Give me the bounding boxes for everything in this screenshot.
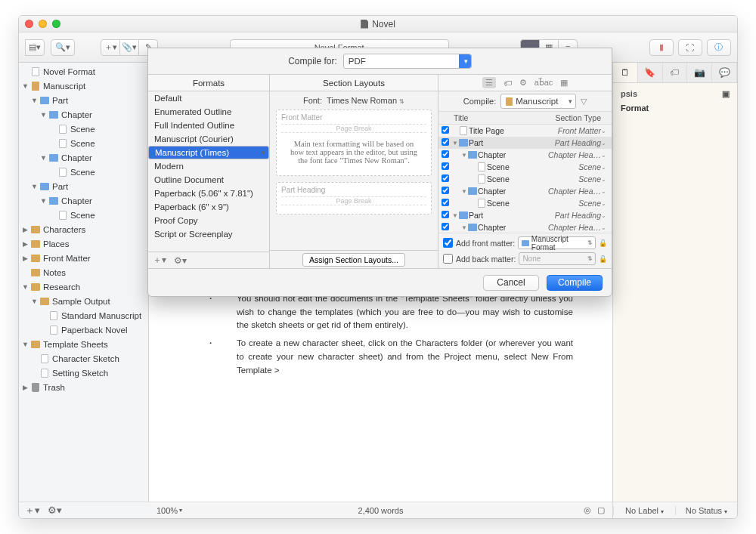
status-picker[interactable]: No Status ▾ — [675, 506, 737, 515]
include-checkbox[interactable] — [442, 199, 449, 206]
attach-button[interactable]: 📎▾ — [119, 39, 139, 56]
binder-row[interactable]: ▼ Manuscript — [19, 79, 148, 93]
binder-row[interactable]: ▶ Trash — [19, 380, 148, 394]
filter-icon[interactable]: ▽ — [581, 97, 587, 106]
compile-tree-row[interactable]: ▼ Chapter Chapter Hea… ⌄ — [438, 185, 612, 197]
disclosure-icon[interactable]: ▼ — [31, 298, 37, 305]
format-row[interactable]: Enumerated Outline — [148, 105, 269, 119]
tab-notes[interactable]: 🗒 — [613, 63, 638, 82]
word-count[interactable]: 2,400 words — [149, 506, 612, 515]
compile-tree-row[interactable]: Scene Scene ⌄ — [438, 173, 612, 185]
section-type[interactable]: Part Heading — [539, 211, 601, 220]
chevron-down-icon[interactable]: ⌄ — [601, 164, 609, 171]
font-select[interactable]: Times New Roman ⇅ — [327, 96, 404, 105]
inspector-toggle[interactable]: ⓘ — [707, 39, 731, 56]
opt-gear-icon[interactable]: ⚙ — [519, 78, 527, 88]
binder-row[interactable]: Scene — [19, 136, 148, 150]
formats-list[interactable]: DefaultEnumerated OutlineFull Indented O… — [148, 91, 269, 252]
format-row[interactable]: Paperback (5.06" x 7.81") — [148, 187, 269, 200]
editor-paragraph[interactable]: To create a new character sheet, click o… — [214, 337, 573, 377]
include-checkbox[interactable] — [442, 174, 449, 182]
disclosure-icon[interactable]: ▶ — [22, 384, 28, 391]
disclosure-icon[interactable]: ▼ — [31, 183, 37, 190]
editor-paragraph[interactable]: You should not edit the documents in the… — [214, 292, 573, 332]
chevron-down-icon[interactable]: ⌄ — [601, 128, 609, 134]
compile-tree-row[interactable]: ▼ Chapter Chapter Hea… ⌄ — [438, 221, 612, 233]
opt-meta-icon[interactable]: ▦ — [560, 78, 568, 88]
compile-tree-row[interactable]: Title Page Front Matter ⌄ — [438, 125, 612, 137]
disclosure-icon[interactable]: ▼ — [461, 152, 467, 159]
binder-row[interactable]: Standard Manuscript — [19, 308, 148, 323]
disclosure-icon[interactable]: ▼ — [452, 140, 458, 147]
section-type[interactable]: Chapter Hea… — [539, 223, 601, 232]
disclosure-icon[interactable]: ▶ — [22, 240, 28, 248]
format-row[interactable]: Modern — [148, 159, 269, 173]
format-row[interactable]: Proof Copy — [148, 214, 269, 227]
disclosure-icon[interactable]: ▶ — [22, 226, 28, 233]
layout-part-heading[interactable]: Part Heading Page Break — [276, 182, 432, 215]
format-row[interactable]: Full Indented Outline — [148, 119, 269, 132]
opt-tag-icon[interactable]: 🏷 — [503, 79, 512, 88]
tab-metadata[interactable]: 🏷 — [663, 63, 688, 82]
section-type[interactable]: Chapter Hea… — [539, 187, 601, 196]
chevron-down-icon[interactable]: ⌄ — [601, 152, 609, 159]
binder-row[interactable]: ▼ Part — [19, 179, 148, 193]
binder-add-icon[interactable]: ＋▾ — [25, 504, 40, 517]
tab-snapshots[interactable]: 📷 — [687, 63, 712, 82]
binder-row[interactable]: ▼ Chapter — [19, 193, 148, 208]
cancel-button[interactable]: Cancel — [483, 275, 539, 291]
binder-row[interactable]: ▼ Chapter — [19, 107, 148, 122]
zoom-icon[interactable] — [52, 20, 60, 28]
disclosure-icon[interactable]: ▶ — [22, 255, 28, 262]
format-row[interactable]: Manuscript (Courier) — [148, 132, 269, 146]
format-gear-icon[interactable]: ⚙▾ — [174, 255, 187, 266]
include-checkbox[interactable] — [442, 162, 449, 170]
format-row[interactable]: Default — [148, 91, 269, 105]
disclosure-icon[interactable]: ▼ — [22, 82, 28, 90]
opt-replace-icon[interactable]: ab⃗ac — [534, 78, 553, 88]
binder-row[interactable]: ▶ Characters — [19, 222, 148, 236]
compile-tree-row[interactable]: ▼ Part Part Heading ⌄ — [438, 209, 612, 221]
binder-row[interactable]: Paperback Novel — [19, 323, 148, 337]
binder-row[interactable]: ▶ Places — [19, 236, 148, 251]
section-type[interactable]: Scene — [539, 174, 601, 184]
include-checkbox[interactable] — [442, 223, 449, 230]
tab-bookmark[interactable]: 🔖 — [638, 63, 663, 82]
chevron-down-icon[interactable]: ⌄ — [601, 200, 609, 207]
binder-row[interactable]: ▶ Front Matter — [19, 251, 148, 265]
disclosure-icon[interactable]: ▼ — [40, 154, 46, 162]
binder-row[interactable]: Scene — [19, 122, 148, 136]
front-matter-select[interactable]: Manuscript Format — [518, 236, 596, 249]
binder-row[interactable]: Novel Format — [19, 64, 148, 79]
include-checkbox[interactable] — [442, 126, 449, 134]
minimize-icon[interactable] — [39, 20, 47, 28]
compile-scope-select[interactable]: Manuscript — [500, 94, 576, 109]
compile-tree-row[interactable]: ▼ Part Part Heading ⌄ — [438, 137, 612, 149]
binder-row[interactable]: ▼ Template Sheets — [19, 337, 148, 351]
assign-layouts-button[interactable]: Assign Section Layouts... — [302, 253, 405, 267]
compile-tree-row[interactable]: ▼ Chapter Chapter Hea… ⌄ — [438, 149, 612, 161]
label-picker[interactable]: No Label ▾ — [613, 506, 675, 515]
lock-icon[interactable]: 🔓 — [599, 239, 607, 247]
include-checkbox[interactable] — [442, 138, 449, 146]
binder-gear-icon[interactable]: ⚙▾ — [48, 505, 62, 516]
compile-tree[interactable]: Title Page Front Matter ⌄ ▼ Part Part He… — [438, 125, 612, 233]
compile-tree-row[interactable]: Scene Scene ⌄ — [438, 197, 612, 209]
binder-row[interactable]: ▼ Research — [19, 279, 148, 294]
tab-comments[interactable]: 💬 — [712, 63, 737, 82]
bookmarks-button[interactable]: ▮ — [649, 39, 674, 56]
section-type[interactable]: Scene — [539, 199, 601, 208]
chevron-down-icon[interactable]: ⌄ — [601, 212, 609, 219]
disclosure-icon[interactable]: ▼ — [31, 97, 37, 104]
add-front-matter-checkbox[interactable] — [443, 238, 453, 248]
format-row[interactable]: Manuscript (Times) — [148, 146, 269, 159]
include-checkbox[interactable] — [442, 187, 449, 194]
disclosure-icon[interactable]: ▼ — [40, 111, 46, 119]
binder[interactable]: Novel Format ▼ Manuscript ▼ Part ▼ Chapt… — [19, 63, 149, 518]
section-type[interactable]: Front Matter — [539, 126, 601, 135]
chevron-down-icon[interactable]: ⌄ — [601, 224, 609, 231]
opt-list-icon[interactable]: ☰ — [482, 77, 496, 88]
binder-row[interactable]: ▼ Sample Output — [19, 294, 148, 308]
section-type[interactable]: Chapter Hea… — [539, 150, 601, 159]
binder-row[interactable]: ▼ Part — [19, 93, 148, 107]
